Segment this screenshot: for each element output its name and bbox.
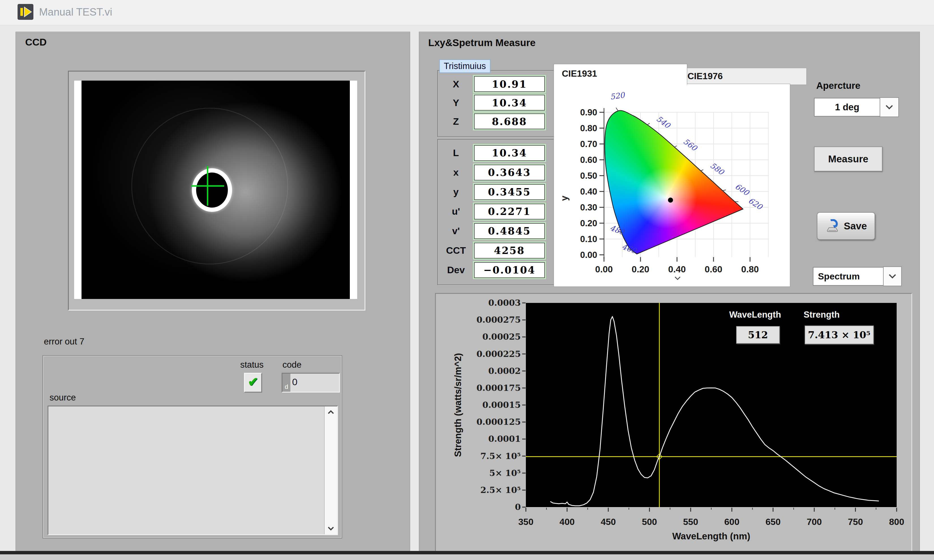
aperture-dropdown-button[interactable] [880,97,899,117]
cie-x-axis-marker [675,277,680,280]
error-out-label: error out 7 [44,337,84,347]
cursor-wavelength-field: 512 [736,326,780,344]
scroll-up-icon[interactable] [327,410,334,414]
param-label: u' [438,206,474,217]
tristimulus-group: X10.91Y10.34Z8.688 [437,70,557,137]
cie-wavelength-label: 620 [747,196,764,212]
lxy-spectrum-panel-title: Lxy&Spetrum Measure [428,37,535,48]
source-scrollbar[interactable] [324,406,337,534]
param-value-field: 10.34 [474,95,545,111]
param-label: v' [438,225,474,237]
code-radix-indicator: d [282,374,290,392]
chevron-down-icon [888,274,897,279]
labview-vi-icon [17,4,33,20]
param-row: x0.3643 [438,163,557,182]
spectrum-graph[interactable]: WaveLength 512 Strength 7.413 × 10⁵ Wave… [435,293,912,553]
cie-wavelength-label: 540 [655,114,672,131]
cursor-wavelength-value: 512 [748,329,768,340]
measure-button[interactable]: Measure [814,146,883,171]
param-value: 10.34 [492,97,527,109]
save-button-label: Save [844,220,867,232]
aperture-select[interactable]: 1 deg [814,98,880,117]
ccd-target-ring [192,168,232,212]
title-bar: Manual TEST.vi [0,0,934,25]
param-row: X10.91 [438,75,557,93]
param-label: Y [438,97,474,108]
param-value: 4258 [494,245,525,256]
status-label: status [235,360,269,370]
param-row: u'0.2271 [438,202,557,221]
param-value-field: 0.3643 [474,165,545,180]
ccd-image[interactable] [74,81,357,299]
cie-measured-point [668,198,673,203]
param-value-field: 4258 [474,243,545,258]
param-row: CCT4258 [438,241,557,260]
ccd-image-frame [68,71,365,311]
cursor-wavelength-label: WaveLength [721,310,789,320]
cie-wavelength-label: 600 [734,182,751,198]
param-value: 0.2271 [488,206,531,217]
param-value-field: 10.34 [474,145,545,161]
tab-cie1976[interactable]: CIE1976 [679,68,807,85]
param-value: 10.91 [492,78,527,90]
param-value-field: −0.0104 [474,262,545,278]
cie-wavelength-label: 480 [609,223,626,237]
param-label: y [438,186,474,197]
param-label: L [438,147,474,158]
cie-wavelength-label: 560 [681,137,699,153]
window-bottom-margin [0,554,934,560]
param-row: v'0.4845 [438,221,557,241]
source-label: source [49,392,76,403]
status-check-icon: ✔ [248,375,258,389]
cie-chart-page[interactable]: 0.000.100.200.300.400.500.600.700.800.90… [553,84,790,287]
window-title: Manual TEST.vi [39,6,112,18]
param-label: Z [438,116,474,127]
ccd-image-sensor-view [82,81,350,299]
param-label: X [438,78,474,90]
cursor-strength-label: Strength [788,310,855,320]
param-row: Dev−0.0104 [438,260,557,280]
aperture-value: 1 deg [835,102,859,112]
save-button[interactable]: Save [817,212,875,240]
param-label: x [438,167,474,178]
spectrum-curve [550,317,879,506]
source-textarea[interactable] [48,406,338,535]
cie-y-axis-title: y [559,195,569,201]
param-label: CCT [438,245,474,256]
param-value: 10.34 [492,147,527,158]
measure-button-label: Measure [828,153,868,165]
param-row: Z8.688 [438,112,557,131]
spectrum-dropdown-button[interactable] [883,266,902,286]
cursor-strength-value: 7.413 × 10⁵ [808,329,871,340]
code-label: code [282,360,301,370]
scroll-down-icon[interactable] [327,526,334,531]
chevron-down-icon [885,105,894,110]
code-field: d 0 [282,373,340,392]
param-value: 8.688 [492,116,527,127]
tristimulus-tag: Tristimuius [439,59,490,73]
param-label: Dev [438,265,474,275]
ccd-crosshair-vertical [207,166,208,206]
tab-cie1931[interactable]: CIE1931 [553,64,687,85]
param-value: 0.3643 [488,166,531,178]
param-value-field: 8.688 [474,114,545,129]
cie-wavelength-label: 520 [610,91,626,101]
cie-wavelength-label: 580 [708,161,726,177]
colorimetry-group: L10.34x0.3643y0.3455u'0.2271v'0.4845CCT4… [437,139,557,285]
param-value-field: 0.2271 [474,204,545,220]
spectrum-mode-select[interactable]: Spectrum [813,267,884,286]
aperture-label: Apercture [816,80,860,91]
cursor-strength-field: 7.413 × 10⁵ [805,326,874,344]
param-value-field: 10.91 [474,76,545,92]
param-row: L10.34 [438,143,557,163]
code-value: 0 [290,374,339,392]
param-row: Y10.34 [438,93,557,112]
cie-overlay: 520540560580600620480460y [554,84,790,286]
param-row: y0.3455 [438,182,557,202]
ccd-panel-title: CCD [25,37,47,48]
param-value-field: 0.3455 [474,184,545,200]
param-value: −0.0104 [483,264,535,276]
save-disk-icon [825,219,840,233]
param-value: 0.3455 [488,186,531,198]
status-indicator: ✔ [244,373,262,392]
